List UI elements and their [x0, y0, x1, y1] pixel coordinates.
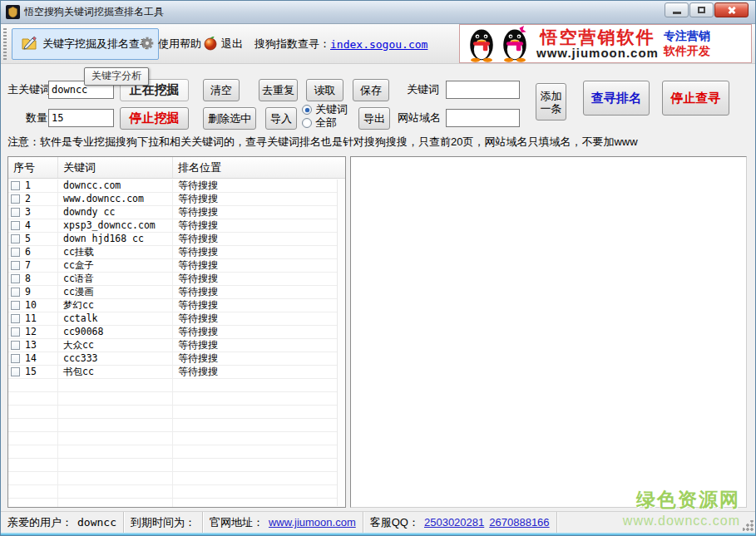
- status-qq: 客服QQ： 2503020281 2670888166: [363, 512, 557, 533]
- banner-slogan-1: 专注营销: [664, 29, 710, 44]
- close-button[interactable]: [714, 2, 749, 17]
- export-button[interactable]: 导出: [358, 107, 390, 130]
- expire-label: 到期时间为：: [131, 515, 195, 530]
- table-row[interactable]: 13 大众cc 等待搜搜: [8, 339, 337, 352]
- import-button[interactable]: 导入: [265, 107, 297, 130]
- query-keyword-label: 关键词: [407, 81, 439, 99]
- clear-button[interactable]: 清空: [203, 79, 240, 101]
- maximize-button[interactable]: [689, 2, 714, 17]
- help-label: 使用帮助: [158, 37, 201, 52]
- radio-all-icon: [302, 118, 312, 128]
- row-rank-status: 等待搜搜: [173, 366, 337, 378]
- row-rank-status: 等待搜搜: [173, 352, 337, 365]
- row-keyword: down hjd168 cc: [58, 233, 173, 245]
- row-checkbox[interactable]: [11, 301, 20, 310]
- table-row[interactable]: 5 down hjd168 cc 等待搜搜: [8, 233, 337, 246]
- stop-mining-button[interactable]: 停止挖掘: [120, 107, 189, 130]
- header-keyword[interactable]: 关键词: [58, 157, 173, 178]
- table-row[interactable]: 9 cc漫画 等待搜搜: [8, 286, 337, 299]
- header-num[interactable]: 序号: [8, 157, 58, 178]
- dedupe-button[interactable]: 去重复: [259, 79, 298, 101]
- table-row-empty: [8, 406, 337, 419]
- resize-grip[interactable]: [743, 520, 754, 531]
- delete-selected-button[interactable]: 删除选中: [203, 107, 256, 130]
- row-checkbox[interactable]: [11, 181, 20, 190]
- domain-input[interactable]: [446, 109, 520, 127]
- row-number: 1: [25, 179, 31, 192]
- keyword-mining-label: 关键字挖掘及排名查寻: [42, 37, 151, 52]
- table-row[interactable]: 3 downdy cc 等待搜搜: [8, 206, 337, 219]
- table-row[interactable]: 15 书包cc 等待搜搜: [8, 366, 337, 379]
- window-controls: [665, 2, 749, 17]
- table-row[interactable]: 10 梦幻cc 等待搜搜: [8, 299, 337, 312]
- ad-banner[interactable]: 悟空营销软件 www.jiumoon.com 专注营销 软件开发: [459, 24, 752, 63]
- row-checkbox[interactable]: [11, 354, 20, 363]
- row-checkbox[interactable]: [11, 221, 20, 230]
- row-checkbox[interactable]: [11, 341, 20, 350]
- row-checkbox[interactable]: [11, 274, 20, 283]
- row-checkbox[interactable]: [11, 234, 20, 243]
- row-keyword: cctalk: [58, 312, 173, 325]
- header-rank[interactable]: 排名位置: [173, 157, 345, 178]
- stop-query-button[interactable]: 停止查寻: [662, 81, 729, 116]
- qq-link-2[interactable]: 2670888166: [489, 516, 549, 529]
- maximize-icon: [698, 7, 705, 13]
- table-row[interactable]: 11 cctalk 等待搜搜: [8, 312, 337, 326]
- row-checkbox[interactable]: [11, 261, 20, 270]
- results-panel[interactable]: [350, 156, 747, 508]
- table-row[interactable]: 7 cc盒子 等待搜搜: [8, 259, 337, 273]
- row-keyword: www.downcc.com: [58, 193, 173, 205]
- table-row-empty: [8, 432, 337, 445]
- row-number: 13: [25, 339, 37, 352]
- exit-button[interactable]: 退出: [203, 28, 243, 60]
- row-checkbox[interactable]: [11, 367, 20, 376]
- read-button[interactable]: 读取: [306, 79, 343, 101]
- row-checkbox[interactable]: [11, 314, 20, 323]
- banner-brand: 悟空营销软件: [540, 28, 655, 47]
- table-row[interactable]: 2 www.downcc.com 等待搜搜: [8, 193, 337, 206]
- table-row-empty: [8, 379, 337, 392]
- title-bar[interactable]: 悟空搜狗关键词挖掘查排名工具: [1, 1, 755, 24]
- site-link[interactable]: www.jiumoon.com: [269, 516, 356, 529]
- table-row[interactable]: 14 ccc333 等待搜搜: [8, 352, 337, 366]
- row-checkbox[interactable]: [11, 208, 20, 217]
- quantity-input[interactable]: [48, 109, 114, 127]
- query-keyword-input[interactable]: [446, 81, 520, 99]
- vertical-scrollbar[interactable]: [337, 179, 344, 506]
- add-one-button[interactable]: 添加 一条: [536, 83, 566, 120]
- row-checkbox[interactable]: [11, 248, 20, 257]
- status-site: 官网地址： www.jiumoon.com: [203, 512, 363, 533]
- table-row[interactable]: 12 cc90068 等待搜搜: [8, 326, 337, 339]
- help-button[interactable]: 使用帮助: [140, 28, 201, 60]
- row-rank-status: 等待搜搜: [173, 179, 337, 192]
- radio-keyword-option[interactable]: 关键词: [302, 103, 348, 116]
- save-button[interactable]: 保存: [353, 79, 389, 101]
- toolbar-gripper[interactable]: [3, 28, 7, 60]
- minimize-button[interactable]: [665, 2, 689, 17]
- exit-icon: [203, 36, 218, 53]
- row-checkbox[interactable]: [11, 288, 20, 297]
- qq-link-1[interactable]: 2503020281: [424, 516, 484, 529]
- table-row[interactable]: 6 cc挂载 等待搜搜: [8, 246, 337, 259]
- radio-all-label: 全部: [315, 116, 337, 130]
- table-row-empty: [8, 392, 337, 406]
- table-row[interactable]: 8 cc语音 等待搜搜: [8, 273, 337, 286]
- row-number: 15: [25, 366, 37, 378]
- keyword-mining-tab-button[interactable]: 关键字挖掘及排名查寻: [12, 28, 159, 60]
- row-number: 7: [25, 259, 31, 272]
- table-row[interactable]: 4 xpsp3_downcc.com 等待搜搜: [8, 219, 337, 233]
- query-rank-button[interactable]: 查寻排名: [583, 81, 650, 116]
- row-number: 9: [25, 286, 31, 298]
- radio-all-option[interactable]: 全部: [302, 116, 348, 130]
- row-rank-status: 等待搜搜: [173, 219, 337, 232]
- sogou-index-label: 搜狗指数查寻：: [254, 37, 330, 52]
- sogou-index-area: 搜狗指数查寻： index.sogou.com: [254, 28, 427, 60]
- table-row[interactable]: 1 downcc.com 等待搜搜: [8, 179, 337, 193]
- row-keyword: 梦幻cc: [58, 299, 173, 312]
- minimize-icon: [673, 12, 681, 14]
- sogou-index-link[interactable]: index.sogou.com: [330, 38, 427, 51]
- row-checkbox[interactable]: [11, 194, 20, 204]
- row-checkbox[interactable]: [11, 327, 20, 337]
- row-number: 5: [25, 233, 31, 245]
- export-scope-radios: 关键词 全部: [302, 103, 348, 130]
